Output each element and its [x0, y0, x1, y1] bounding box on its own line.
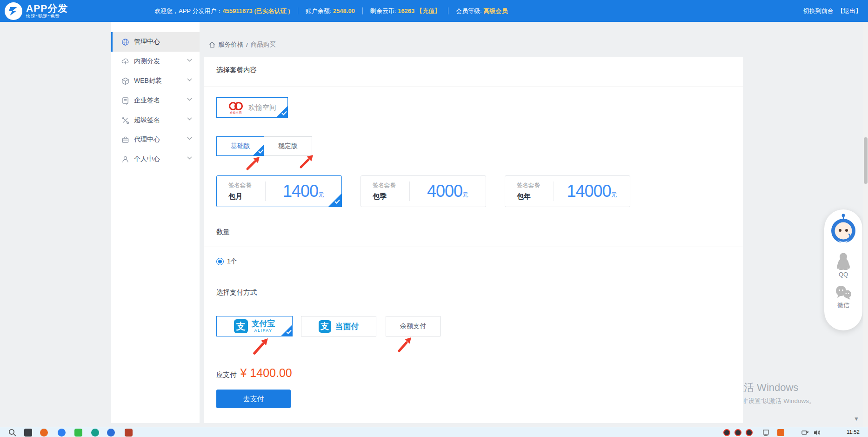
qq-icon[interactable]	[835, 252, 851, 270]
radio-selected-icon	[216, 258, 224, 265]
app-logo-icon	[5, 2, 22, 20]
breadcrumb-separator: /	[246, 41, 248, 48]
annotation-arrow-icon	[244, 156, 262, 172]
sidebar-item-personal-center[interactable]: 个人中心	[111, 149, 200, 169]
sidebar-item-enterprise-signing[interactable]: 企业签名	[111, 91, 200, 110]
alipay-logo-icon: 支	[319, 320, 331, 333]
recharge-link[interactable]: 【充值】	[416, 7, 441, 15]
tools-icon	[121, 116, 129, 124]
divider	[204, 359, 743, 359]
verified-badge: (已实名认证 )	[254, 7, 290, 15]
taskbar-app-icon[interactable]	[91, 429, 99, 437]
alipay-logo-icon: 支	[234, 319, 248, 333]
annotation-arrow-icon	[251, 337, 271, 356]
version-option-stable[interactable]: 稳定版	[264, 136, 312, 156]
selected-check-icon	[280, 324, 293, 336]
sidebar-item-super-signing[interactable]: 超级签名	[111, 110, 200, 130]
payment-option-face-to-face[interactable]: 支 当面付	[301, 316, 376, 336]
due-label: 应支付	[216, 370, 237, 379]
breadcrumb-root[interactable]: 服务价格	[218, 40, 243, 49]
scrollbar-thumb[interactable]	[864, 137, 868, 184]
taskbar-app-icon[interactable]	[58, 429, 66, 437]
annotation-arrow-icon	[297, 154, 316, 170]
breadcrumb-current: 商品购买	[251, 40, 276, 49]
sidebar-item-web-packaging[interactable]: WEB封装	[111, 71, 200, 91]
home-icon	[209, 41, 215, 48]
cloud-upload-icon	[121, 58, 129, 66]
divider	[448, 7, 448, 14]
welcome-text: 欢迎您，APP 分发用户： 455911673 (已实名认证 )	[154, 7, 290, 15]
cloud-coin: 剩余云币: 16263 【充值】	[370, 7, 441, 15]
selected-check-icon	[276, 106, 288, 118]
plan-period-label: 包季	[373, 192, 409, 201]
quantity-radio-1[interactable]: 1个	[216, 257, 237, 266]
breadcrumb: 服务价格 / 商品购买	[209, 40, 276, 49]
tray-qq-icon[interactable]	[746, 429, 753, 436]
sidebar: 管理中心 内测分发 WEB封装 企业签名 超级签名 代理中心	[111, 22, 200, 423]
selected-check-icon	[328, 193, 342, 207]
tray-app-icon[interactable]	[777, 429, 784, 436]
user-icon	[121, 155, 129, 163]
sidebar-item-management-center[interactable]: 管理中心	[111, 32, 200, 52]
member-level: 会员等级: 高级会员	[456, 7, 507, 15]
taskbar-app-icon[interactable]	[24, 429, 32, 437]
section-title-package: 选择套餐内容	[204, 57, 743, 87]
balance-pay-label: 余额支付	[400, 322, 426, 330]
divider	[362, 7, 363, 14]
chevron-down-icon	[187, 156, 192, 160]
plan-type-label: 签名套餐	[228, 182, 265, 189]
quantity-option-label: 1个	[227, 257, 237, 266]
wechat-label: 微信	[837, 301, 849, 309]
payment-option-balance[interactable]: 余额支付	[386, 316, 441, 336]
chevron-down-icon	[187, 59, 192, 62]
windows-activation-watermark: 激活 Windows 转到“设置”以激活 Windows。	[734, 381, 815, 405]
purchase-panel: 选择套餐内容 欢愉空间 欢愉空间 基础版 稳定版 签名套餐	[204, 57, 743, 423]
plan-card-monthly[interactable]: 签名套餐 包月 1400元	[216, 175, 342, 207]
tray-qq-icon[interactable]	[734, 429, 741, 436]
account-balance: 账户余额: 2548.00	[306, 7, 355, 15]
plan-type-label: 签名套餐	[373, 182, 409, 189]
alipay-label: 支付宝 ALIPAY	[252, 320, 275, 333]
plan-price: 14000元	[554, 182, 630, 201]
user-id: 455911673	[222, 7, 252, 14]
chevron-down-icon	[187, 78, 192, 81]
tray-speaker-icon[interactable]	[814, 429, 821, 436]
wechat-icon[interactable]	[835, 285, 852, 300]
taskbar-firefox-icon[interactable]	[40, 429, 48, 437]
sidebar-item-beta-distribution[interactable]: 内测分发	[111, 52, 200, 71]
contact-float-widget: QQ 微信	[824, 209, 862, 330]
tray-device-icon[interactable]	[762, 429, 769, 436]
switch-front-link[interactable]: 切换到前台	[803, 7, 834, 15]
face-to-face-label: 当面付	[335, 321, 359, 332]
payment-option-alipay[interactable]: 支 支付宝 ALIPAY	[216, 316, 293, 336]
taskbar-wechat-icon[interactable]	[74, 429, 82, 437]
taskbar-search-icon[interactable]	[8, 429, 16, 437]
version-option-basic[interactable]: 基础版	[216, 136, 265, 156]
scrollbar-track[interactable]	[863, 22, 868, 427]
qq-label: QQ	[839, 271, 848, 278]
briefcase-icon	[121, 136, 129, 144]
taskbar-clock[interactable]: 11:52	[847, 429, 860, 435]
logout-link[interactable]: 【退出】	[837, 7, 861, 15]
plan-price: 4000元	[410, 182, 486, 201]
app-option-label: 欢愉空间	[248, 103, 276, 112]
due-amount: ¥ 1400.00	[240, 366, 292, 380]
plan-card-yearly[interactable]: 签名套餐 包年 14000元	[505, 175, 630, 207]
selected-check-icon	[253, 144, 265, 156]
plan-period-label: 包年	[517, 192, 554, 201]
globe-icon	[121, 38, 129, 46]
app-logo[interactable]: APP分发 快速~稳定~免费	[0, 2, 112, 20]
go-pay-button[interactable]: 去支付	[216, 390, 291, 408]
tray-projector-icon[interactable]	[801, 429, 808, 436]
plan-period-label: 包月	[228, 192, 265, 201]
tray-qq-icon[interactable]	[723, 429, 730, 436]
taskbar-app-icon[interactable]	[125, 429, 133, 437]
plan-card-quarterly[interactable]: 签名套餐 包季 4000元	[361, 175, 486, 207]
chevron-down-icon	[187, 117, 192, 121]
windows-taskbar: 11:52	[0, 427, 868, 437]
taskbar-app-icon[interactable]	[107, 429, 115, 437]
app-title: APP分发	[26, 3, 68, 13]
app-option-huanyu-space[interactable]: 欢愉空间 欢愉空间	[216, 97, 288, 118]
robot-avatar-icon[interactable]	[828, 212, 858, 245]
sidebar-item-agent-center[interactable]: 代理中心	[111, 130, 200, 149]
